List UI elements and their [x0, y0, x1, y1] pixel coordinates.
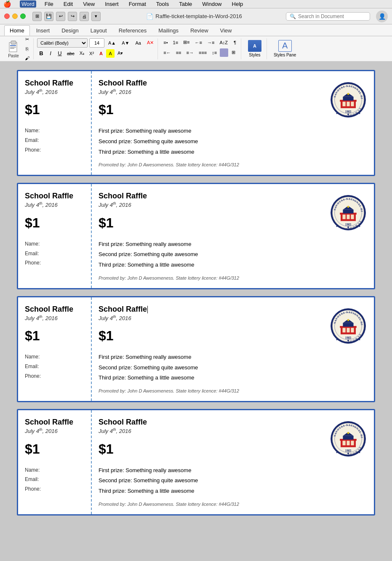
subscript-button[interactable]: X₂ [77, 49, 86, 58]
tab-home[interactable]: Home [4, 25, 30, 36]
format-painter-button[interactable]: 🖌 [23, 54, 32, 62]
line-spacing-button[interactable]: ↕≡ [210, 48, 219, 57]
ticket-content: School Raffle July 4th, 2016 $1 First pr… [99, 192, 321, 280]
copy-button[interactable]: ⎘ [23, 45, 32, 53]
clear-formatting-button[interactable]: A✕ [145, 39, 156, 47]
ticket-prizes: First prize: Something really awesome Se… [99, 465, 321, 497]
minimize-button[interactable] [12, 13, 18, 19]
menu-insert[interactable]: Insert [103, 0, 120, 8]
italic-button[interactable]: I [46, 49, 55, 58]
raffle-ticket-2[interactable]: School Raffle July 4th, 2016 $1 Name: Em… [17, 183, 375, 289]
show-marks-button[interactable]: ¶ [231, 38, 239, 47]
stub-title: School Raffle [25, 305, 84, 314]
svg-point-72 [359, 452, 360, 453]
superscript-button[interactable]: X² [87, 49, 96, 58]
ticket-logo: NAVOTAS NATIONAL HIGH SCHOOL [325, 305, 367, 393]
prize3: Third prize: Something a little awesome [99, 260, 321, 270]
undo-icon[interactable]: ↩ [56, 12, 65, 21]
svg-rect-4 [10, 48, 14, 49]
main-title: School Raffle [99, 79, 321, 88]
menu-table[interactable]: Table [177, 0, 194, 8]
svg-rect-66 [351, 441, 354, 446]
maximize-button[interactable] [20, 13, 26, 19]
menu-help[interactable]: Help [230, 0, 245, 8]
menu-edit[interactable]: Edit [62, 0, 75, 8]
svg-rect-16 [343, 97, 353, 101]
shading-button[interactable]: ▬ [220, 48, 228, 57]
increase-indent-button[interactable]: →≡ [205, 38, 216, 47]
borders-button[interactable]: ⊞ [229, 48, 237, 57]
customize-icon[interactable]: ▾ [91, 12, 101, 21]
ticket-stub-3: School Raffle July 4th, 2016 $1 Name: Em… [18, 297, 92, 401]
stub-title: School Raffle [25, 418, 84, 427]
decrease-font-button[interactable]: A▼ [120, 39, 131, 47]
menu-tools[interactable]: Tools [155, 0, 171, 8]
stub-price: $1 [25, 215, 84, 231]
ticket-promo: Promoted by: John D Awesomeness. State l… [99, 502, 321, 507]
decrease-indent-button[interactable]: ←≡ [193, 38, 204, 47]
raffle-ticket-3[interactable]: School Raffle July 4th, 2016 $1 Name: Em… [17, 296, 375, 402]
font-color2-button[interactable]: A▾ [115, 49, 125, 58]
raffle-ticket-1[interactable]: School Raffle July 4th, 2016 $1 Name: Em… [17, 70, 375, 176]
tab-review[interactable]: Review [185, 25, 214, 36]
tab-insert[interactable]: Insert [31, 25, 56, 36]
font-size-input[interactable] [89, 38, 104, 48]
tab-layout[interactable]: Layout [85, 25, 112, 36]
strikethrough-button[interactable]: abc [65, 49, 77, 58]
menu-window[interactable]: Window [200, 0, 223, 8]
svg-text:★: ★ [347, 92, 350, 96]
underline-button[interactable]: U [56, 49, 64, 58]
main-date: July 4th, 2016 [99, 88, 321, 95]
close-button[interactable] [4, 13, 10, 19]
align-center-button[interactable]: ≡≡ [174, 48, 184, 57]
align-left-button[interactable]: ≡← [161, 48, 173, 57]
highlight-button[interactable]: A [106, 49, 115, 58]
cut-button[interactable]: ✂ [23, 35, 32, 44]
change-case-button[interactable]: Aa [133, 39, 143, 47]
ribbon-tabs: Home Insert Design Layout References Mai… [0, 24, 392, 36]
document-area[interactable]: School Raffle July 4th, 2016 $1 Name: Em… [0, 61, 392, 559]
paragraph-group: ≡• 1≡ ⊞≡ ←≡ →≡ A↕Z ¶ ≡← ≡≡ ≡→ ≡≡≡ ↕≡ ▬ ⊞ [160, 38, 241, 59]
tab-references[interactable]: References [113, 25, 152, 36]
search-bar[interactable]: 🔍 [286, 12, 370, 21]
paste-button[interactable]: Paste [5, 37, 22, 60]
menu-view[interactable]: View [81, 0, 96, 8]
window-icon[interactable]: ⊞ [32, 12, 42, 21]
tab-design[interactable]: Design [56, 25, 84, 36]
ticket-main-4: School Raffle July 4th, 2016 $1 First pr… [92, 410, 374, 514]
save-icon[interactable]: 💾 [44, 12, 53, 21]
numbering-button[interactable]: 1≡ [171, 38, 181, 47]
prize1: First prize: Something really awesome [99, 352, 321, 363]
increase-font-button[interactable]: A▲ [106, 39, 118, 47]
styles-button[interactable]: A Styles [245, 38, 265, 59]
font-color-button[interactable]: A [97, 49, 105, 58]
sort-button[interactable]: A↕Z [217, 38, 230, 47]
prize2: Second prize: Something quite awesome [99, 476, 321, 486]
svg-rect-49 [351, 328, 354, 332]
prize3: Third prize: Something a little awesome [99, 373, 321, 383]
redo-icon[interactable]: ↪ [68, 12, 77, 21]
school-seal-icon: NAVOTAS NATIONAL HIGH SCHOOL [329, 307, 367, 345]
tab-view[interactable]: View [215, 25, 237, 36]
tab-mailings[interactable]: Mailings [153, 25, 184, 36]
menu-word[interactable]: Word [20, 0, 36, 8]
apple-menu[interactable]: 🍎 [3, 0, 11, 8]
ticket-prizes: First prize: Something really awesome Se… [99, 126, 321, 157]
styles-pane-button[interactable]: A Styles Pane [270, 38, 299, 59]
raffle-ticket-4[interactable]: School Raffle July 4th, 2016 $1 Name: Em… [17, 409, 375, 515]
justify-button[interactable]: ≡≡≡ [197, 48, 209, 57]
search-input[interactable] [298, 13, 361, 19]
bullets-button[interactable]: ≡• [161, 38, 170, 47]
toolbar: Paste ✂ ⎘ 🖌 Calibri (Body) A▲ A▼ Aa A✕ B… [0, 36, 392, 61]
doc-icon: 📄 [146, 13, 153, 20]
multilevel-button[interactable]: ⊞≡ [181, 38, 192, 47]
bold-button[interactable]: B [37, 49, 45, 58]
print-icon[interactable]: 🖨 [80, 12, 89, 21]
menu-format[interactable]: Format [127, 0, 148, 8]
menu-file[interactable]: File [43, 0, 55, 8]
font-group: Calibri (Body) A▲ A▼ Aa A✕ B I U abc X₂ … [35, 38, 158, 59]
align-right-button[interactable]: ≡→ [184, 48, 196, 57]
main-title: School Raffle [99, 305, 321, 314]
avatar-button[interactable]: 👤 [376, 11, 388, 22]
font-name-select[interactable]: Calibri (Body) [37, 38, 88, 48]
